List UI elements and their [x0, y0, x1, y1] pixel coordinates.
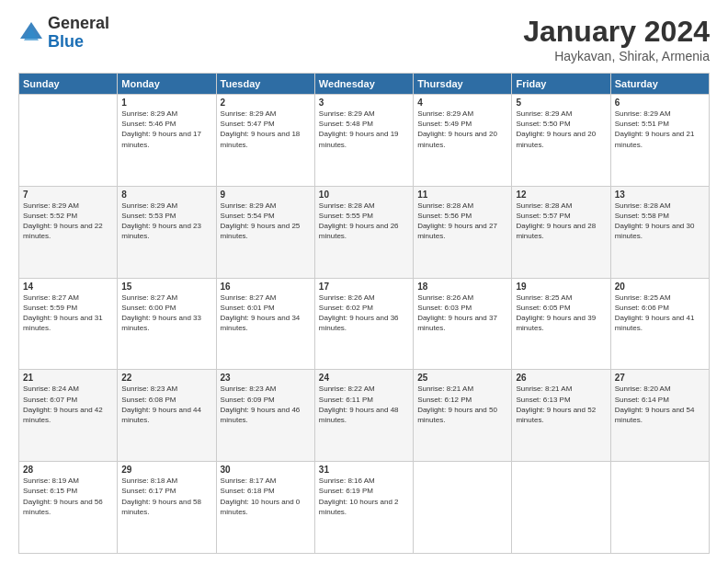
day-info: Sunrise: 8:27 AMSunset: 6:01 PMDaylight:… [221, 293, 311, 334]
day-cell: 26Sunrise: 8:21 AMSunset: 6:13 PMDayligh… [512, 370, 610, 462]
month-title: January 2024 [523, 15, 710, 49]
day-info: Sunrise: 8:21 AMSunset: 6:12 PMDaylight:… [417, 384, 507, 425]
day-number: 10 [319, 190, 409, 200]
day-info: Sunrise: 8:29 AMSunset: 5:48 PMDaylight:… [319, 109, 409, 150]
week-row-5: 28Sunrise: 8:19 AMSunset: 6:15 PMDayligh… [19, 462, 710, 554]
day-number: 14 [23, 282, 113, 292]
location: Haykavan, Shirak, Armenia [523, 49, 710, 63]
day-number: 24 [319, 373, 409, 383]
day-cell: 19Sunrise: 8:25 AMSunset: 6:05 PMDayligh… [512, 278, 610, 370]
day-info: Sunrise: 8:29 AMSunset: 5:51 PMDaylight:… [615, 109, 705, 150]
day-cell [610, 462, 709, 554]
day-number: 29 [121, 465, 211, 475]
day-cell: 17Sunrise: 8:26 AMSunset: 6:02 PMDayligh… [314, 278, 413, 370]
day-info: Sunrise: 8:29 AMSunset: 5:49 PMDaylight:… [417, 109, 507, 150]
day-number: 7 [23, 190, 113, 200]
day-info: Sunrise: 8:29 AMSunset: 5:46 PMDaylight:… [121, 109, 211, 150]
day-cell: 2Sunrise: 8:29 AMSunset: 5:47 PMDaylight… [216, 95, 314, 187]
day-number: 16 [221, 282, 311, 292]
col-friday: Friday [512, 74, 610, 95]
day-info: Sunrise: 8:29 AMSunset: 5:50 PMDaylight:… [516, 109, 606, 150]
day-cell: 12Sunrise: 8:28 AMSunset: 5:57 PMDayligh… [512, 186, 610, 278]
day-number: 6 [615, 98, 705, 108]
day-cell [512, 462, 610, 554]
day-number: 20 [615, 282, 705, 292]
day-cell: 18Sunrise: 8:26 AMSunset: 6:03 PMDayligh… [414, 278, 512, 370]
day-number: 5 [516, 98, 606, 108]
day-cell: 23Sunrise: 8:23 AMSunset: 6:09 PMDayligh… [216, 370, 314, 462]
day-cell: 28Sunrise: 8:19 AMSunset: 6:15 PMDayligh… [19, 462, 118, 554]
day-cell: 8Sunrise: 8:29 AMSunset: 5:53 PMDaylight… [118, 186, 216, 278]
day-info: Sunrise: 8:25 AMSunset: 6:05 PMDaylight:… [516, 293, 606, 334]
logo-blue: Blue [48, 33, 109, 52]
col-wednesday: Wednesday [314, 74, 413, 95]
col-monday: Monday [118, 74, 216, 95]
day-info: Sunrise: 8:17 AMSunset: 6:18 PMDaylight:… [221, 476, 311, 517]
logo-text: General Blue [48, 15, 109, 52]
title-block: January 2024 Haykavan, Shirak, Armenia [523, 15, 710, 63]
day-info: Sunrise: 8:24 AMSunset: 6:07 PMDaylight:… [23, 384, 113, 425]
day-info: Sunrise: 8:25 AMSunset: 6:06 PMDaylight:… [615, 293, 705, 334]
day-info: Sunrise: 8:29 AMSunset: 5:54 PMDaylight:… [221, 201, 311, 242]
day-info: Sunrise: 8:29 AMSunset: 5:47 PMDaylight:… [221, 109, 311, 150]
week-row-2: 7Sunrise: 8:29 AMSunset: 5:52 PMDaylight… [19, 186, 710, 278]
day-number: 18 [417, 282, 507, 292]
day-number: 1 [121, 98, 211, 108]
day-info: Sunrise: 8:23 AMSunset: 6:08 PMDaylight:… [121, 384, 211, 425]
day-info: Sunrise: 8:27 AMSunset: 6:00 PMDaylight:… [121, 293, 211, 334]
day-number: 31 [319, 465, 409, 475]
day-info: Sunrise: 8:27 AMSunset: 5:59 PMDaylight:… [23, 293, 113, 334]
day-cell: 29Sunrise: 8:18 AMSunset: 6:17 PMDayligh… [118, 462, 216, 554]
day-info: Sunrise: 8:28 AMSunset: 5:55 PMDaylight:… [319, 201, 409, 242]
day-cell: 7Sunrise: 8:29 AMSunset: 5:52 PMDaylight… [19, 186, 118, 278]
day-cell: 11Sunrise: 8:28 AMSunset: 5:56 PMDayligh… [414, 186, 512, 278]
day-number: 13 [615, 190, 705, 200]
day-cell: 16Sunrise: 8:27 AMSunset: 6:01 PMDayligh… [216, 278, 314, 370]
day-info: Sunrise: 8:28 AMSunset: 5:56 PMDaylight:… [417, 201, 507, 242]
day-number: 30 [221, 465, 311, 475]
day-cell: 1Sunrise: 8:29 AMSunset: 5:46 PMDaylight… [118, 95, 216, 187]
day-cell [19, 95, 118, 187]
day-number: 25 [417, 373, 507, 383]
day-info: Sunrise: 8:22 AMSunset: 6:11 PMDaylight:… [319, 384, 409, 425]
col-saturday: Saturday [610, 74, 709, 95]
day-number: 26 [516, 373, 606, 383]
logo-general: General [48, 15, 109, 33]
day-cell: 20Sunrise: 8:25 AMSunset: 6:06 PMDayligh… [610, 278, 709, 370]
day-number: 12 [516, 190, 606, 200]
day-info: Sunrise: 8:26 AMSunset: 6:02 PMDaylight:… [319, 293, 409, 334]
day-info: Sunrise: 8:18 AMSunset: 6:17 PMDaylight:… [121, 476, 211, 517]
col-thursday: Thursday [414, 74, 512, 95]
day-number: 28 [23, 465, 113, 475]
logo: General Blue [18, 15, 109, 52]
day-number: 17 [319, 282, 409, 292]
day-cell: 5Sunrise: 8:29 AMSunset: 5:50 PMDaylight… [512, 95, 610, 187]
day-info: Sunrise: 8:20 AMSunset: 6:14 PMDaylight:… [615, 384, 705, 425]
day-cell: 27Sunrise: 8:20 AMSunset: 6:14 PMDayligh… [610, 370, 709, 462]
header-row: Sunday Monday Tuesday Wednesday Thursday… [19, 74, 710, 95]
day-cell: 22Sunrise: 8:23 AMSunset: 6:08 PMDayligh… [118, 370, 216, 462]
day-number: 21 [23, 373, 113, 383]
day-number: 11 [417, 190, 507, 200]
day-number: 2 [221, 98, 311, 108]
day-cell: 15Sunrise: 8:27 AMSunset: 6:00 PMDayligh… [118, 278, 216, 370]
day-cell: 6Sunrise: 8:29 AMSunset: 5:51 PMDaylight… [610, 95, 709, 187]
header: General Blue January 2024 Haykavan, Shir… [18, 15, 710, 63]
day-info: Sunrise: 8:28 AMSunset: 5:58 PMDaylight:… [615, 201, 705, 242]
day-cell: 24Sunrise: 8:22 AMSunset: 6:11 PMDayligh… [314, 370, 413, 462]
day-cell: 14Sunrise: 8:27 AMSunset: 5:59 PMDayligh… [19, 278, 118, 370]
day-number: 22 [121, 373, 211, 383]
day-number: 8 [121, 190, 211, 200]
col-tuesday: Tuesday [216, 74, 314, 95]
day-cell: 25Sunrise: 8:21 AMSunset: 6:12 PMDayligh… [414, 370, 512, 462]
day-info: Sunrise: 8:23 AMSunset: 6:09 PMDaylight:… [221, 384, 311, 425]
col-sunday: Sunday [19, 74, 118, 95]
day-number: 19 [516, 282, 606, 292]
day-cell [414, 462, 512, 554]
day-cell: 30Sunrise: 8:17 AMSunset: 6:18 PMDayligh… [216, 462, 314, 554]
day-info: Sunrise: 8:19 AMSunset: 6:15 PMDaylight:… [23, 476, 113, 517]
day-number: 27 [615, 373, 705, 383]
day-info: Sunrise: 8:29 AMSunset: 5:53 PMDaylight:… [121, 201, 211, 242]
logo-icon [18, 20, 44, 46]
day-cell: 13Sunrise: 8:28 AMSunset: 5:58 PMDayligh… [610, 186, 709, 278]
